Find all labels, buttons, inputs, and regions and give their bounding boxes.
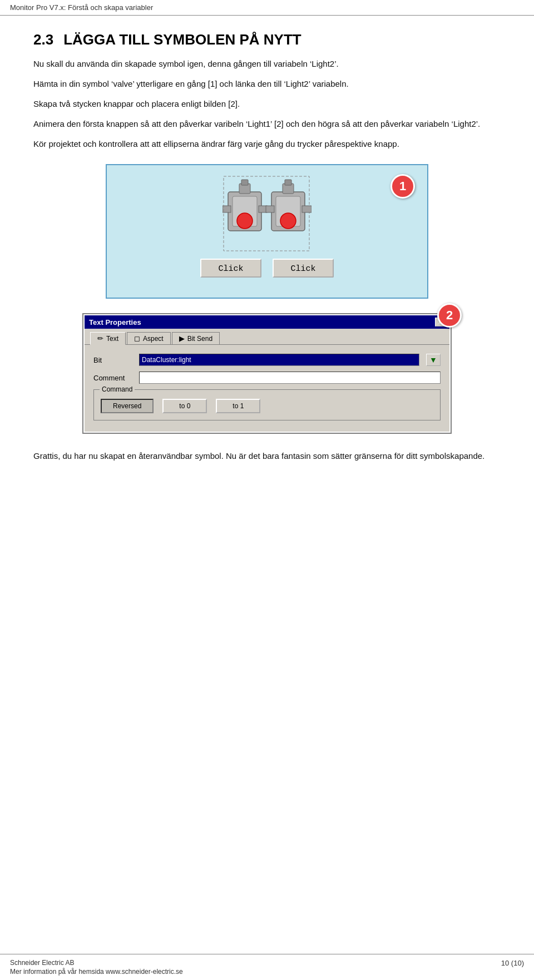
machine-svg-left xyxy=(222,175,312,253)
tab-text-label: Text xyxy=(106,335,118,343)
svg-rect-13 xyxy=(285,180,291,185)
machine-unit-left: Click Click xyxy=(200,175,334,278)
dialog-tabs: ✏ Text ◻ Aspect ▶ Bit Send xyxy=(85,329,449,345)
tab-bit-send[interactable]: ▶ Bit Send xyxy=(172,332,220,344)
bit-label: Bit xyxy=(93,356,132,364)
to1-button[interactable]: to 1 xyxy=(216,399,260,413)
tab-aspect[interactable]: ◻ Aspect xyxy=(127,332,171,344)
aspect-tab-icon: ◻ xyxy=(134,334,140,343)
footer-left: Schneider Electric AB Mer information på… xyxy=(10,959,183,976)
body-paragraph-1: Nu skall du använda din skapade symbol i… xyxy=(33,57,501,71)
section-title: LÄGGA TILL SYMBOLEN PÅ NYTT xyxy=(63,31,301,48)
body-paragraph-3: Skapa två stycken knappar och placera en… xyxy=(33,97,501,111)
header-title: Monitor Pro V7.x: Förstå och skapa varia… xyxy=(10,3,153,12)
tab-aspect-label: Aspect xyxy=(143,335,164,343)
reversed-button[interactable]: Reversed xyxy=(101,399,154,413)
machinery-row: Click Click xyxy=(118,175,416,278)
badge-1: 1 xyxy=(390,174,415,199)
bottom-text: Grattis, du har nu skapat en återanvändb… xyxy=(33,449,501,463)
header: Monitor Pro V7.x: Förstå och skapa varia… xyxy=(0,0,534,16)
command-legend: Command xyxy=(100,385,135,393)
comment-label: Comment xyxy=(93,374,132,382)
svg-rect-5 xyxy=(241,180,248,185)
dialog-titlebar: Text Properties ✕ xyxy=(85,315,449,329)
text-tab-icon: ✏ xyxy=(97,334,103,343)
footer-company: Schneider Electric AB xyxy=(10,959,183,967)
machinery-image-box: 1 xyxy=(106,164,428,299)
bitsend-tab-icon: ▶ xyxy=(179,334,185,343)
footer-page: 10 (10) xyxy=(501,959,524,967)
comment-input[interactable] xyxy=(139,372,441,384)
tab-text[interactable]: ✏ Text xyxy=(90,332,126,345)
svg-point-6 xyxy=(237,213,253,229)
dialog-body: Bit ▼ Comment Command Reversed to 0 to 1 xyxy=(85,345,449,432)
bottom-paragraph-1: Grattis, du har nu skapat en återanvändb… xyxy=(33,449,501,463)
click-button-right[interactable]: Click xyxy=(273,259,334,278)
bit-field-row: Bit ▼ xyxy=(93,354,441,366)
main-content: 2.3LÄGGA TILL SYMBOLEN PÅ NYTT Nu skall … xyxy=(0,16,534,514)
command-group: Command Reversed to 0 to 1 xyxy=(93,389,441,420)
body-paragraph-5: Kör projektet och kontrollera att att el… xyxy=(33,137,501,151)
click-button-left[interactable]: Click xyxy=(200,259,261,278)
body-paragraph-4: Animera den första knappen så att den på… xyxy=(33,117,501,131)
footer-website: Mer information på vår hemsida www.schne… xyxy=(10,968,183,976)
text-properties-dialog: 2 Text Properties ✕ ✏ Text ◻ Aspect ▶ Bi… xyxy=(83,314,451,433)
tab-bitsend-label: Bit Send xyxy=(187,335,212,343)
badge-2: 2 xyxy=(437,303,462,328)
svg-rect-11 xyxy=(302,206,312,212)
to0-button[interactable]: to 0 xyxy=(162,399,207,413)
bit-browse-button[interactable]: ▼ xyxy=(426,354,441,366)
dialog-title: Text Properties xyxy=(89,318,141,326)
comment-field-row: Comment xyxy=(93,372,441,384)
section-heading: 2.3LÄGGA TILL SYMBOLEN PÅ NYTT xyxy=(33,31,501,48)
bit-input[interactable] xyxy=(139,354,419,366)
command-buttons: Reversed to 0 to 1 xyxy=(101,399,433,413)
svg-rect-10 xyxy=(266,206,274,212)
section-number: 2.3 xyxy=(33,31,53,48)
footer: Schneider Electric AB Mer information på… xyxy=(0,954,534,980)
body-paragraph-2: Hämta in din symbol ‘valve’ ytterligare … xyxy=(33,77,501,91)
svg-point-14 xyxy=(280,213,296,229)
